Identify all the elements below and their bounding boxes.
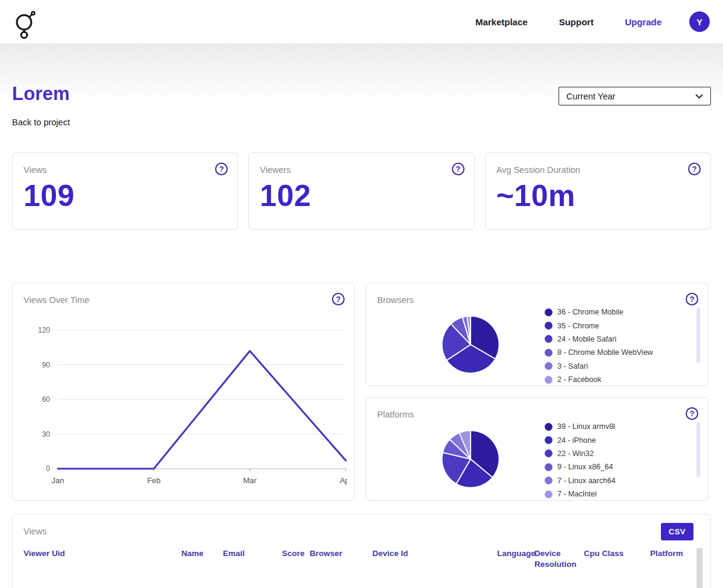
stat-value: 102 [260,178,463,213]
legend-dot [545,463,552,471]
period-select[interactable]: Current Year [559,87,711,105]
stat-value: ~10m [496,178,700,213]
views-over-time-card: Views Over Time ? 1209060300JanFebMarApr [12,283,355,501]
legend-dot [545,449,552,457]
column-header[interactable]: Device Id [372,543,497,578]
column-header[interactable]: Name [181,543,223,578]
legend-item: 39 - Linux armv8l [545,420,616,433]
table-head: Viewer UidNameEmailScoreBrowserDevice Id… [23,543,710,578]
legend-label: 35 - Chrome [557,322,599,330]
help-icon[interactable]: ? [686,293,698,305]
legend-item: 3 - Safari [545,360,653,373]
column-header[interactable]: Language [497,543,534,578]
legend-item: 35 - Chrome [545,319,653,332]
header-nav: Marketplace Support Upgrade [475,17,662,27]
stat-value: 109 [23,178,227,213]
legend-label: 39 - Linux armv8l [557,422,615,431]
legend-dot [545,423,552,431]
app-logo-icon[interactable] [8,6,36,40]
column-header[interactable]: Cpu Class [584,543,650,578]
stat-label: Viewers [260,165,463,175]
table-cell: 62 [282,578,310,588]
stat-card-views: Views 109 ? [12,152,238,230]
svg-text:90: 90 [42,361,51,369]
browsers-card: Browsers ? 36 - Chrome Mobile35 - Chrome… [366,283,709,386]
legend-item: 9 - Linux x86_64 [545,460,616,474]
platforms-pie-chart [437,425,504,493]
stat-card-avg-session: Avg Session Duration ~10m ? [485,152,711,230]
nav-link-upgrade[interactable]: Upgrade [625,17,662,27]
table-header-row: Viewer UidNameEmailScoreBrowserDevice Id… [23,543,710,578]
column-header[interactable]: Score [282,543,310,578]
legend-dot [545,308,552,316]
nav-link-marketplace[interactable]: Marketplace [475,17,528,27]
legend-dot [545,477,552,484]
chevron-down-icon [695,94,703,99]
card-title: Platforms [377,410,414,419]
user-avatar[interactable]: Y [689,11,710,32]
help-icon[interactable]: ? [688,163,701,175]
column-header[interactable]: Email [223,543,282,578]
platforms-legend: 39 - Linux armv8l24 - iPhone22 - Win329 … [545,420,616,501]
legend-dot [545,490,552,498]
svg-text:0: 0 [46,464,50,473]
help-icon[interactable]: ? [686,407,698,420]
legend-dot [545,376,552,384]
table-cell: ec55bdb937535518b40acb9721ed3757 [372,578,497,588]
column-header[interactable]: Browser [310,543,372,578]
column-header[interactable]: Device Resolution [534,543,584,578]
table-cell: john@doe.com [223,578,282,588]
legend-label: 7 - Linux aarch64 [557,477,616,485]
legend-item: 7 - MacIntel [545,487,616,501]
table-row: 8dc54c05-77d0-40d4-8177-8a031077a447John… [23,578,710,588]
legend-label: 24 - iPhone [557,436,596,445]
views-table-card: Views CSV Viewer UidNameEmailScoreBrowse… [12,514,711,588]
stat-card-viewers: Viewers 102 ? [248,152,474,230]
charts-row: Views Over Time ? 1209060300JanFebMarApr… [12,283,711,501]
table-cell: 8dc54c05-77d0-40d4-8177-8a031077a447 [23,578,181,588]
svg-text:60: 60 [42,395,51,404]
stat-label: Avg Session Duration [496,165,700,175]
svg-text:120: 120 [38,326,50,334]
legend-label: 8 - Chrome Mobile WebView [557,348,653,357]
browsers-legend: 36 - Chrome Mobile35 - Chrome24 - Mobile… [545,305,653,386]
csv-export-button[interactable]: CSV [661,523,693,540]
period-select-value: Current Year [566,92,615,101]
legend-item: 8 - Chrome Mobile WebView [545,346,653,359]
table-cell: 869,412 [534,578,584,588]
pie-cards-column: Browsers ? 36 - Chrome Mobile35 - Chrome… [366,283,709,501]
table-scrollbar[interactable] [696,548,703,588]
card-title: Views Over Time [23,295,89,305]
legend-label: 9 - Linux x86_64 [557,463,613,471]
dashboard-main: Lorem Current Year Back to project Views… [0,43,723,588]
platforms-card: Platforms ? 39 - Linux armv8l24 - iPhone… [366,397,709,501]
legend-label: 7 - MacIntel [557,490,596,498]
table-cell: Chrome Mobile [310,578,372,588]
card-title: Browsers [377,295,413,305]
legend-scrollbar[interactable] [696,307,700,363]
svg-text:Mar: Mar [243,476,257,485]
table-cell: not available [584,578,650,588]
legend-item: 24 - Mobile Safari [545,333,653,346]
table-cell: en-US [497,578,534,588]
svg-text:Jan: Jan [52,476,64,485]
legend-label: 3 - Safari [557,362,588,371]
help-icon[interactable]: ? [452,163,465,175]
legend-scrollbar[interactable] [696,422,700,477]
column-header[interactable]: Viewer Uid [23,543,181,578]
browsers-pie-chart [437,311,504,378]
legend-dot [545,362,552,370]
stat-label: Views [23,165,227,175]
legend-item: 7 - Linux aarch64 [545,474,616,487]
legend-label: 2 - Facebook [557,375,601,384]
help-icon[interactable]: ? [332,293,345,305]
svg-text:Feb: Feb [147,476,160,485]
title-row: Lorem Current Year [12,43,711,105]
legend-dot [545,322,552,330]
legend-label: 36 - Chrome Mobile [557,308,624,316]
table-body: 8dc54c05-77d0-40d4-8177-8a031077a447John… [23,578,710,588]
svg-text:30: 30 [42,430,51,439]
back-to-project-link[interactable]: Back to project [12,117,70,127]
legend-item: 22 - Win32 [545,447,616,460]
nav-link-support[interactable]: Support [559,17,594,27]
